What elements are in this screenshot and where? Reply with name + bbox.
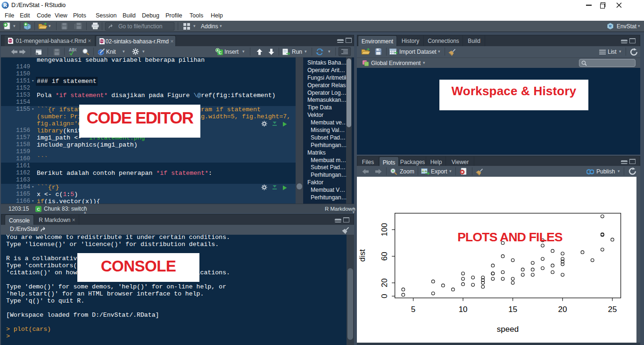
svg-text:R: R: [3, 2, 8, 8]
svg-text:25: 25: [608, 305, 617, 314]
svg-text:5: 5: [411, 305, 415, 314]
svg-text:C: C: [37, 207, 40, 212]
svg-text:dist: dist: [358, 249, 367, 262]
svg-text:speed: speed: [497, 325, 519, 334]
svg-text:20: 20: [558, 305, 567, 314]
svg-text:Rmd: Rmd: [99, 40, 104, 42]
svg-text:PLOTS AND FILES: PLOTS AND FILES: [457, 230, 562, 244]
svg-text:Rmd: Rmd: [8, 40, 13, 42]
svg-text:20: 20: [380, 279, 389, 288]
svg-text:60: 60: [380, 252, 389, 261]
svg-text:R: R: [609, 24, 612, 28]
svg-text:100: 100: [380, 223, 389, 236]
svg-text:0: 0: [380, 294, 389, 298]
svg-text:10: 10: [459, 305, 468, 314]
svg-text:15: 15: [508, 305, 517, 314]
